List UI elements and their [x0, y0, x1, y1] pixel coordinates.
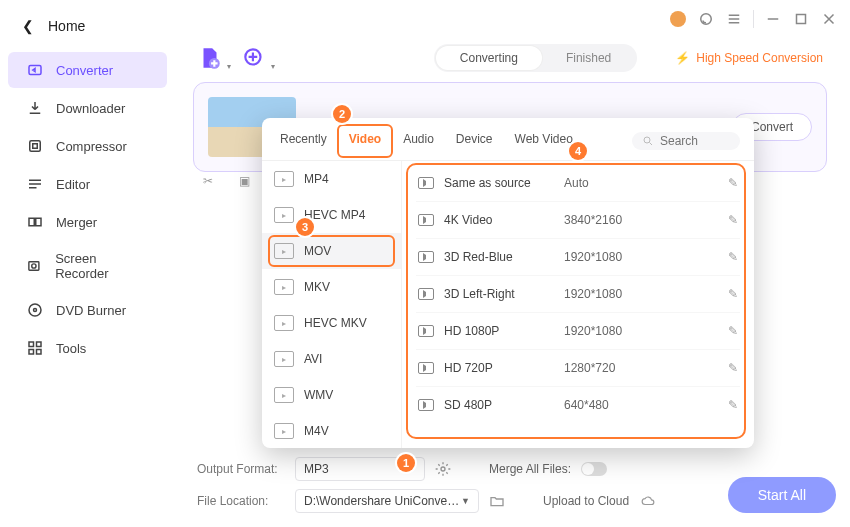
edit-preset-icon[interactable]: ✎: [728, 250, 738, 264]
preset-icon: [418, 177, 434, 189]
open-folder-icon[interactable]: [489, 493, 505, 509]
search-input[interactable]: [660, 134, 730, 148]
callout-2: 2: [333, 105, 351, 123]
chevron-left-icon: ❮: [22, 18, 34, 34]
back-home[interactable]: ❮ Home: [0, 10, 175, 50]
cut-icon[interactable]: ✂: [200, 173, 216, 189]
sidebar-label: Tools: [56, 341, 86, 356]
svg-point-8: [29, 304, 41, 316]
tabs-converting-finished[interactable]: Converting Finished: [434, 44, 637, 72]
compressor-icon: [26, 137, 44, 155]
res-720p[interactable]: HD 720P1280*720✎: [416, 350, 740, 387]
video-file-icon: ▸: [274, 315, 294, 331]
minimize-button[interactable]: [764, 10, 782, 28]
svg-point-9: [34, 309, 37, 312]
tab-converting[interactable]: Converting: [436, 46, 542, 70]
res-3d-left-right[interactable]: 3D Left-Right1920*1080✎: [416, 276, 740, 313]
edit-preset-icon[interactable]: ✎: [728, 324, 738, 338]
sidebar-label: Compressor: [56, 139, 127, 154]
fmt-m4v[interactable]: ▸M4V: [262, 413, 401, 448]
fmt-label: M4V: [304, 424, 329, 438]
converter-icon: [26, 61, 44, 79]
svg-rect-12: [29, 350, 34, 355]
svg-point-7: [32, 264, 36, 268]
sidebar-item-downloader[interactable]: Downloader: [8, 90, 167, 126]
file-location-select[interactable]: D:\Wondershare UniConverter 1 ▼: [295, 489, 479, 513]
fmt-label: HEVC MP4: [304, 208, 365, 222]
add-file-button[interactable]: ▾: [197, 45, 223, 71]
bolt-icon: ⚡: [675, 51, 690, 65]
sidebar-label: Editor: [56, 177, 90, 192]
add-folder-button[interactable]: ▾: [241, 45, 267, 71]
video-file-icon: ▸: [274, 387, 294, 403]
pop-tab-web-video[interactable]: Web Video: [511, 128, 577, 154]
fmt-hevc-mkv[interactable]: ▸HEVC MKV: [262, 305, 401, 341]
edit-preset-icon[interactable]: ✎: [728, 287, 738, 301]
settings-icon[interactable]: [435, 461, 451, 477]
sidebar-item-editor[interactable]: Editor: [8, 166, 167, 202]
fmt-label: MP4: [304, 172, 329, 186]
merge-toggle[interactable]: [581, 462, 607, 476]
file-location-label: File Location:: [197, 494, 285, 508]
res-same-as-source[interactable]: Same as sourceAuto✎: [416, 165, 740, 202]
res-4k[interactable]: 4K Video3840*2160✎: [416, 202, 740, 239]
fmt-mkv[interactable]: ▸MKV: [262, 269, 401, 305]
sidebar-label: Converter: [56, 63, 113, 78]
edit-preset-icon[interactable]: ✎: [728, 361, 738, 375]
fmt-mp4[interactable]: ▸MP4: [262, 161, 401, 197]
callout-4: 4: [569, 142, 587, 160]
pop-tab-device[interactable]: Device: [452, 128, 497, 154]
fmt-label: WMV: [304, 388, 333, 402]
download-icon: [26, 99, 44, 117]
res-1080p[interactable]: HD 1080P1920*1080✎: [416, 313, 740, 350]
pop-tab-video[interactable]: Video: [345, 128, 385, 154]
svg-rect-13: [37, 350, 42, 355]
video-file-icon: ▸: [274, 279, 294, 295]
svg-point-16: [644, 137, 650, 143]
crop-icon[interactable]: ▣: [236, 173, 252, 189]
sidebar-item-compressor[interactable]: Compressor: [8, 128, 167, 164]
maximize-button[interactable]: [792, 10, 810, 28]
fmt-mov[interactable]: ▸MOV: [262, 233, 401, 269]
res-3d-red-blue[interactable]: 3D Red-Blue1920*1080✎: [416, 239, 740, 276]
tab-finished[interactable]: Finished: [542, 46, 635, 70]
sidebar-item-tools[interactable]: Tools: [8, 330, 167, 366]
sidebar-label: Downloader: [56, 101, 125, 116]
fmt-label: AVI: [304, 352, 322, 366]
svg-rect-4: [29, 218, 34, 226]
high-speed-toggle[interactable]: ⚡ High Speed Conversion: [675, 51, 835, 65]
edit-preset-icon[interactable]: ✎: [728, 213, 738, 227]
avatar[interactable]: [669, 10, 687, 28]
edit-preset-icon[interactable]: ✎: [728, 398, 738, 412]
sidebar-item-merger[interactable]: Merger: [8, 204, 167, 240]
support-icon[interactable]: [697, 10, 715, 28]
sidebar-item-converter[interactable]: Converter: [8, 52, 167, 88]
svg-rect-11: [37, 342, 42, 347]
fmt-avi[interactable]: ▸AVI: [262, 341, 401, 377]
cloud-icon[interactable]: [639, 494, 657, 508]
recorder-icon: [26, 257, 43, 275]
sidebar-label: Screen Recorder: [55, 251, 149, 281]
fmt-hevc-mp4[interactable]: ▸HEVC MP4: [262, 197, 401, 233]
pop-tab-recently[interactable]: Recently: [276, 128, 331, 154]
menu-icon[interactable]: [725, 10, 743, 28]
merge-label: Merge All Files:: [489, 462, 571, 476]
editor-icon: [26, 175, 44, 193]
svg-rect-6: [29, 262, 39, 271]
edit-preset-icon[interactable]: ✎: [728, 176, 738, 190]
fmt-wmv[interactable]: ▸WMV: [262, 377, 401, 413]
format-search[interactable]: [632, 132, 740, 150]
fmt-label: MKV: [304, 280, 330, 294]
start-all-button[interactable]: Start All: [728, 477, 836, 513]
preset-icon: [418, 399, 434, 411]
svg-rect-10: [29, 342, 34, 347]
sidebar-item-screen-recorder[interactable]: Screen Recorder: [8, 242, 167, 290]
format-popover: Recently Video Audio Device Web Video ▸M…: [262, 118, 754, 448]
video-file-icon: ▸: [274, 207, 294, 223]
sidebar-label: Merger: [56, 215, 97, 230]
pop-tab-audio[interactable]: Audio: [399, 128, 438, 154]
res-480p[interactable]: SD 480P640*480✎: [416, 387, 740, 423]
close-button[interactable]: [820, 10, 838, 28]
preset-icon: [418, 251, 434, 263]
sidebar-item-dvd-burner[interactable]: DVD Burner: [8, 292, 167, 328]
